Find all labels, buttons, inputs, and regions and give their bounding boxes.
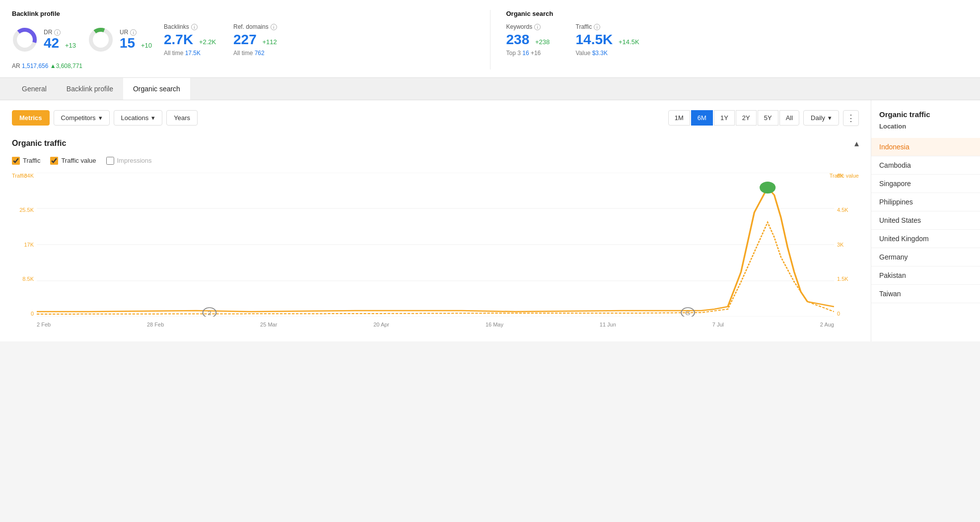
traffic-sub: Value $3.3K bbox=[576, 50, 639, 57]
metrics-button[interactable]: Metrics bbox=[12, 110, 50, 126]
chart-svg-container: 2 G bbox=[37, 173, 834, 317]
traffic-value-checkbox-item[interactable]: Traffic value bbox=[50, 157, 96, 165]
chart-svg: 2 G bbox=[37, 173, 834, 317]
keywords-label: Keywords i bbox=[506, 23, 564, 30]
impressions-checkbox-item[interactable]: Impressions bbox=[106, 157, 152, 165]
ur-donut-chart bbox=[88, 27, 114, 53]
nav-tabs: General Backlink profile Organic search bbox=[0, 78, 980, 100]
time-6m[interactable]: 6M bbox=[691, 110, 713, 126]
keywords-info-icon[interactable]: i bbox=[534, 24, 541, 30]
y-axis-right: 6K 4.5K 3K 1.5K 0 bbox=[834, 173, 859, 317]
traffic-label: Traffic i bbox=[576, 23, 639, 30]
svg-text:G: G bbox=[685, 310, 690, 316]
ar-row: AR 1,517,656 ▲3,608,771 bbox=[12, 63, 474, 69]
chart-wrapper: Traffic Traffic value 34K 25.5K 17K 8.5K… bbox=[12, 173, 859, 331]
backlink-metrics-row: DR i 42 +13 UR i bbox=[12, 23, 474, 57]
sidebar-item-cambodia[interactable]: Cambodia bbox=[871, 156, 980, 175]
ur-info-icon[interactable]: i bbox=[130, 29, 137, 36]
ur-values: UR i 15 +10 bbox=[120, 29, 152, 51]
dr-info-icon[interactable]: i bbox=[54, 29, 61, 36]
ref-domains-info-icon[interactable]: i bbox=[271, 24, 277, 30]
sidebar-item-indonesia[interactable]: Indonesia bbox=[871, 138, 980, 156]
backlink-section: Backlink profile DR i 42 +13 bbox=[12, 10, 490, 69]
daily-chevron-icon: ▾ bbox=[828, 114, 832, 122]
dr-values: DR i 42 +13 bbox=[44, 29, 76, 51]
chevron-up-icon: ▴ bbox=[854, 138, 859, 148]
tab-backlink-profile[interactable]: Backlink profile bbox=[57, 78, 123, 100]
ur-metric: UR i 15 +10 bbox=[88, 23, 164, 57]
y-left-4: 0 bbox=[31, 311, 37, 317]
organic-section-title: Organic search bbox=[506, 10, 969, 17]
sidebar-item-pakistan[interactable]: Pakistan bbox=[871, 266, 980, 285]
y-right-0: 6K bbox=[834, 173, 843, 179]
sidebar-item-united-states[interactable]: United States bbox=[871, 211, 980, 230]
traffic-value-checkbox[interactable] bbox=[50, 157, 58, 165]
backlink-section-title: Backlink profile bbox=[12, 10, 474, 17]
dr-label: DR i bbox=[44, 29, 76, 36]
tab-general[interactable]: General bbox=[12, 78, 57, 100]
dr-donut-chart bbox=[12, 27, 38, 53]
x-label-5: 11 Jun bbox=[600, 322, 616, 327]
backlinks-value: 2.7K +2.2K bbox=[164, 32, 221, 48]
years-button[interactable]: Years bbox=[166, 110, 198, 126]
more-options-button[interactable]: ⋮ bbox=[843, 110, 859, 126]
y-left-0: 34K bbox=[24, 173, 37, 179]
sidebar-item-philippines[interactable]: Philippines bbox=[871, 193, 980, 211]
backlinks-info-icon[interactable]: i bbox=[191, 24, 198, 30]
organic-traffic-header: Organic traffic ▴ bbox=[12, 138, 859, 149]
sidebar-location-label: Location bbox=[871, 123, 980, 138]
x-label-4: 16 May bbox=[486, 322, 503, 327]
traffic-info-icon[interactable]: i bbox=[594, 24, 600, 30]
organic-metrics-row: Keywords i 238 +238 Top 3 16 +16 Traffic… bbox=[506, 23, 969, 57]
y-left-1: 25.5K bbox=[19, 207, 37, 213]
checkbox-row: Traffic Traffic value Impressions bbox=[12, 157, 859, 165]
sidebar-item-united-kingdom[interactable]: United Kingdom bbox=[871, 230, 980, 248]
impressions-checkbox[interactable] bbox=[106, 157, 114, 165]
y-left-3: 8.5K bbox=[22, 276, 37, 282]
dr-value: 42 +13 bbox=[44, 36, 76, 51]
time-5y[interactable]: 5Y bbox=[758, 110, 778, 126]
y-axis-left: 34K 25.5K 17K 8.5K 0 bbox=[12, 173, 37, 317]
time-2y[interactable]: 2Y bbox=[736, 110, 757, 126]
y-right-1: 4.5K bbox=[834, 207, 848, 213]
x-label-6: 7 Jul bbox=[712, 322, 724, 327]
tab-organic-search[interactable]: Organic search bbox=[123, 78, 190, 100]
traffic-checkbox-item[interactable]: Traffic bbox=[12, 157, 40, 165]
keywords-sub: Top 3 16 +16 bbox=[506, 50, 564, 57]
ref-domains-value: 227 +112 bbox=[233, 32, 291, 48]
y-left-2: 17K bbox=[24, 242, 37, 248]
svg-point-2 bbox=[91, 30, 111, 50]
x-label-0: 2 Feb bbox=[37, 322, 51, 327]
locations-button[interactable]: Locations ▾ bbox=[114, 110, 163, 126]
backlinks-metric: Backlinks i 2.7K +2.2K All time 17.5K bbox=[164, 23, 233, 57]
ur-label: UR i bbox=[120, 29, 152, 36]
time-1m[interactable]: 1M bbox=[668, 110, 690, 126]
daily-button[interactable]: Daily ▾ bbox=[803, 110, 839, 126]
sidebar-item-taiwan[interactable]: Taiwan bbox=[871, 285, 980, 303]
traffic-checkbox[interactable] bbox=[12, 157, 20, 165]
collapse-button[interactable]: ▴ bbox=[854, 138, 859, 149]
traffic-line bbox=[37, 188, 834, 312]
ref-domains-metric: Ref. domains i 227 +112 All time 762 bbox=[233, 23, 303, 57]
x-label-3: 20 Apr bbox=[373, 322, 389, 327]
locations-chevron-icon: ▾ bbox=[151, 114, 155, 122]
sidebar-item-singapore[interactable]: Singapore bbox=[871, 175, 980, 193]
sidebar-item-germany[interactable]: Germany bbox=[871, 248, 980, 266]
competitors-button[interactable]: Competitors ▾ bbox=[54, 110, 110, 126]
competitors-chevron-icon: ▾ bbox=[99, 114, 102, 122]
y-right-4: 0 bbox=[834, 311, 840, 317]
time-all[interactable]: All bbox=[779, 110, 799, 126]
ur-value: 15 +10 bbox=[120, 36, 152, 51]
toolbar: Metrics Competitors ▾ Locations ▾ Years … bbox=[12, 110, 859, 126]
x-label-2: 25 Mar bbox=[260, 322, 277, 327]
ref-domains-sub: All time 762 bbox=[233, 50, 291, 57]
traffic-value: 14.5K +14.5K bbox=[576, 32, 639, 48]
time-buttons: 1M 6M 1Y 2Y 5Y All bbox=[668, 110, 799, 126]
backlinks-label: Backlinks i bbox=[164, 23, 221, 30]
y-right-3: 1.5K bbox=[834, 276, 848, 282]
time-1y[interactable]: 1Y bbox=[714, 110, 735, 126]
top-panel: Backlink profile DR i 42 +13 bbox=[0, 0, 980, 78]
ref-domains-label: Ref. domains i bbox=[233, 23, 291, 30]
main-content: Metrics Competitors ▾ Locations ▾ Years … bbox=[0, 100, 980, 341]
sidebar-title: Organic traffic bbox=[871, 110, 980, 123]
